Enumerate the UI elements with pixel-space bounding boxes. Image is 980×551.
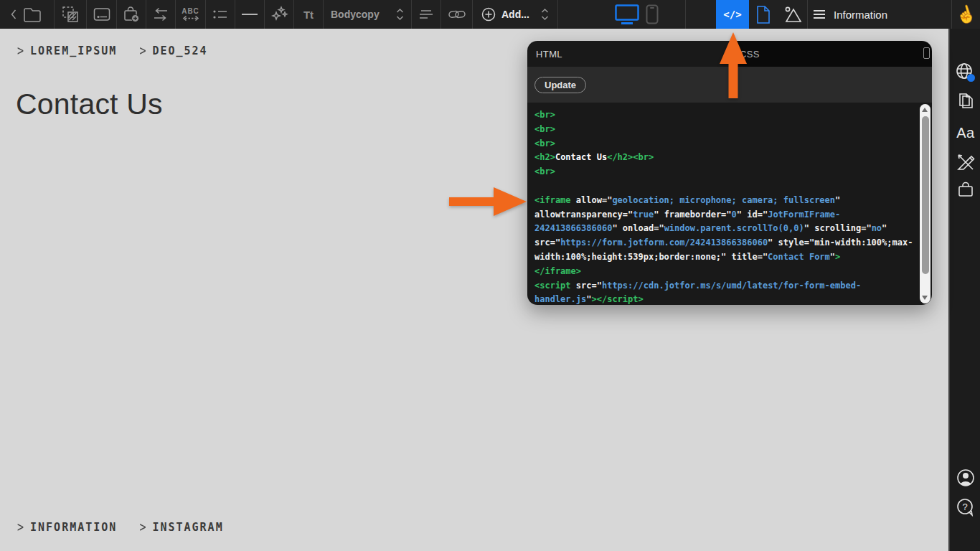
- backdrop-settings-button[interactable]: [87, 0, 117, 29]
- bag-icon: [957, 180, 974, 199]
- code-line: [534, 179, 913, 194]
- breadcrumb-label: INSTAGRAM: [152, 521, 223, 534]
- code-scrollbar[interactable]: [920, 104, 930, 303]
- commerce-add-button[interactable]: [117, 0, 146, 29]
- tab-html[interactable]: HTML: [527, 41, 730, 67]
- breadcrumb-item[interactable]: >INSTAGRAM: [139, 521, 223, 534]
- desktop-icon[interactable]: [615, 4, 639, 25]
- paste-backdrop-button[interactable]: [55, 0, 87, 29]
- bag-add-icon: [122, 5, 141, 24]
- cargo-editor: ABC Tt Bodycopy: [0, 0, 980, 551]
- right-sidebar: Aa: [948, 29, 980, 551]
- code-line: handler.js"></script>: [534, 293, 913, 305]
- bullet-list-icon: [212, 8, 229, 21]
- design-tools-icon: [956, 152, 976, 172]
- top-toolbar: ABC Tt Bodycopy: [0, 0, 980, 29]
- code-editor[interactable]: <br><br><br><h2>Contact Us</h2><br><br><…: [527, 103, 932, 305]
- panel-drag-handle-icon[interactable]: [923, 47, 930, 59]
- annotation-arrow-up: [720, 32, 747, 98]
- hamburger-icon: [812, 9, 826, 19]
- pages-icon: [956, 92, 975, 113]
- breadcrumb-label: LOREM_IPSUM: [30, 44, 117, 57]
- list-button[interactable]: [206, 0, 235, 29]
- code-line: </iframe>: [534, 265, 913, 279]
- code-editor-button[interactable]: </>: [716, 0, 749, 29]
- code-line: <h2>Contact Us</h2><br>: [534, 151, 913, 165]
- sidebar-item-commerce[interactable]: [950, 177, 980, 202]
- image-mountain-icon: [783, 5, 803, 24]
- breadcrumb: >LOREM_IPSUM>DEO_524: [17, 44, 208, 57]
- swap-arrows-icon: [152, 7, 169, 22]
- breadcrumb-label: DEO_524: [152, 44, 207, 57]
- sidebar-item-pages[interactable]: [950, 90, 980, 115]
- page-icon: [755, 5, 771, 24]
- breadcrumb-item[interactable]: >DEO_524: [139, 44, 207, 57]
- help-label: ?: [962, 501, 967, 512]
- device-preview-group: [558, 0, 686, 29]
- chevron-updown-icon: [396, 8, 404, 21]
- code-line: <script src="https://cdn.jotfor.ms/s/umd…: [534, 279, 913, 293]
- sidebar-item-account[interactable]: [950, 466, 980, 490]
- tab-css[interactable]: CSS: [730, 41, 932, 67]
- sidebar-item-help[interactable]: ?: [950, 496, 980, 520]
- sidebar-item-typography[interactable]: Aa: [950, 121, 980, 145]
- horizontal-rule-icon: [240, 13, 259, 16]
- code-icon: </>: [723, 9, 741, 20]
- code-line: 242413866386060" onload="window.parent.s…: [534, 222, 913, 236]
- breadcrumb-item[interactable]: >LOREM_IPSUM: [17, 44, 117, 57]
- chevron-updown-icon: [541, 8, 549, 21]
- hand-pointer-icon: ☝: [953, 2, 979, 27]
- plus-circle-icon: [481, 7, 496, 22]
- code-line: <br>: [534, 108, 913, 123]
- text-align-button[interactable]: [412, 0, 441, 29]
- page-title[interactable]: Contact Us: [16, 88, 163, 121]
- add-menu[interactable]: Add...: [473, 0, 558, 29]
- page-settings-button[interactable]: [749, 0, 778, 29]
- code-line: src="https://form.jotform.com/2424138663…: [534, 236, 913, 250]
- hand-tool-button[interactable]: ☝: [952, 0, 980, 29]
- breadcrumb-bottom: >INFORMATION>INSTAGRAM: [17, 521, 224, 534]
- letter-spacing-button[interactable]: ABC: [176, 0, 206, 29]
- text-style-icon: Tt: [303, 9, 314, 21]
- effects-button[interactable]: [265, 0, 294, 29]
- page-menu[interactable]: Information: [808, 0, 952, 29]
- globe-icon: [955, 62, 976, 83]
- media-button[interactable]: [778, 0, 808, 29]
- letter-spacing-icon: ABC: [182, 7, 199, 15]
- mobile-icon[interactable]: [646, 4, 659, 24]
- toolbar-gap: [686, 0, 716, 29]
- chevron-right-icon: >: [139, 43, 147, 60]
- sidebar-item-design[interactable]: [950, 150, 980, 174]
- bodycopy-label: Bodycopy: [331, 9, 380, 20]
- scroll-down-icon[interactable]: [922, 296, 928, 300]
- scrollbar-thumb[interactable]: [922, 116, 929, 274]
- breadcrumb-item[interactable]: >INFORMATION: [17, 521, 117, 534]
- swap-button[interactable]: [146, 0, 176, 29]
- annotation-arrow-right: [449, 186, 527, 217]
- sidebar-item-site[interactable]: [950, 60, 980, 85]
- link-button[interactable]: [441, 0, 473, 29]
- dashed-arrows-icon: [182, 15, 200, 22]
- help-icon: ?: [955, 497, 976, 519]
- page-menu-label: Information: [834, 9, 887, 21]
- horizontal-rule-button[interactable]: [235, 0, 265, 29]
- back-folder-button[interactable]: [0, 0, 55, 29]
- breadcrumb-label: INFORMATION: [30, 521, 117, 534]
- typography-icon: Aa: [956, 125, 974, 141]
- code-line: <iframe allow="geolocation; microphone; …: [534, 194, 913, 208]
- backdrop-panel-icon: [93, 6, 111, 22]
- code-line: <br>: [534, 165, 913, 179]
- code-line: allowtransparency="true" frameborder="0"…: [534, 208, 913, 222]
- chevron-left-icon: [11, 9, 17, 19]
- scroll-up-icon[interactable]: [922, 108, 928, 112]
- add-label: Add...: [501, 9, 529, 20]
- update-button[interactable]: Update: [534, 77, 586, 93]
- bodycopy-select[interactable]: Bodycopy: [324, 0, 412, 29]
- code-line: <br>: [534, 123, 913, 137]
- chevron-right-icon: >: [17, 519, 25, 536]
- chevron-right-icon: >: [139, 519, 147, 536]
- text-align-icon: [418, 9, 435, 20]
- paste-icon: [61, 5, 80, 24]
- code-line: width:100%;height:539px;border:none;" ti…: [534, 250, 913, 265]
- text-style-button[interactable]: Tt: [294, 0, 324, 29]
